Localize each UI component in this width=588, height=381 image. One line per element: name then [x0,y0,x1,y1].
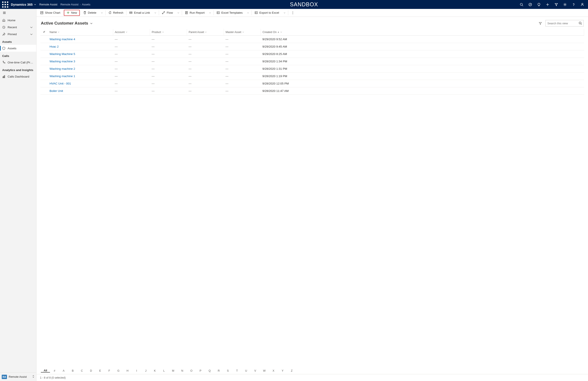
delete-dropdown[interactable] [99,10,105,16]
alpha-j[interactable]: J [141,369,150,372]
row-check[interactable] [41,58,48,65]
asset-link[interactable]: HVAC Unit - 001 [49,82,71,85]
alpha-d[interactable]: D [86,369,96,372]
row-check[interactable] [41,35,48,43]
asset-link[interactable]: Washing machine 2 [49,67,75,70]
select-all[interactable] [41,29,48,35]
alpha-#[interactable]: # [50,369,59,372]
excel-tpl-dropdown[interactable] [245,10,251,16]
alpha-k[interactable]: K [150,369,159,372]
run-report-button[interactable]: Run Report [183,10,207,16]
alpha-t[interactable]: T [232,369,242,372]
table-row[interactable]: Washing machine 1------------9/28/2020 1… [41,72,584,80]
task-icon[interactable] [526,0,534,9]
filter-icon[interactable] [552,0,560,9]
table-row[interactable]: Washing machine 3------------9/28/2020 1… [41,58,584,65]
flow-dropdown[interactable] [175,10,181,16]
alpha-l[interactable]: L [159,369,168,372]
col-account[interactable]: Account [113,29,150,35]
app-name[interactable]: Remote Assist [39,3,57,6]
alpha-i[interactable]: I [132,369,141,372]
alpha-s[interactable]: S [223,369,232,372]
chevron-down-icon[interactable] [31,33,34,36]
col-product[interactable]: Product [150,29,187,35]
row-check[interactable] [41,43,48,50]
alpha-g[interactable]: G [114,369,123,372]
plus-icon[interactable] [544,0,551,9]
alpha-p[interactable]: P [196,369,205,372]
asset-link[interactable]: Hvac 2 [49,45,59,48]
alpha-z[interactable]: Z [287,369,296,372]
person-icon[interactable] [578,0,586,9]
row-check[interactable] [41,50,48,58]
alpha-m[interactable]: M [168,369,178,372]
app-launcher-icon[interactable] [2,1,9,8]
table-row[interactable]: Washing machine 4------------9/29/2020 9… [41,35,584,43]
breadcrumb-root[interactable]: Remote Assist [60,3,78,6]
sidebar-item-home[interactable]: Home [0,17,36,24]
col-parent[interactable]: Parent Asset [187,29,224,35]
sidebar-item-calls-dashboard[interactable]: Calls Dashboard [0,73,36,80]
updown-icon[interactable] [32,375,35,379]
asset-link[interactable]: Washing Machine 5 [49,52,75,56]
col-name[interactable]: Name [48,29,113,35]
row-check[interactable] [41,80,48,87]
sidebar-item-onetime-call[interactable]: One-time Call (Previ... [0,59,36,66]
email-link-button[interactable]: Email a Link [127,10,152,16]
view-selector[interactable]: Active Customer Assets [41,21,93,26]
asset-link[interactable]: Washing machine 1 [49,75,75,78]
table-row[interactable]: Washing machine 2------------9/28/2020 1… [41,65,584,72]
alpha-e[interactable]: E [96,369,105,372]
alpha-w[interactable]: W [260,369,269,372]
delete-button[interactable]: Delete [81,10,99,16]
alpha-r[interactable]: R [214,369,223,372]
alpha-u[interactable]: U [242,369,251,372]
sidebar-footer[interactable]: RA Remote Assist [0,372,36,381]
alpha-n[interactable]: N [178,369,187,372]
table-row[interactable]: Hvac 2------------9/29/2020 9:45 AM [41,43,584,50]
new-button[interactable]: New [64,10,80,16]
alpha-f[interactable]: F [105,369,114,372]
breadcrumb-leaf[interactable]: Assets [82,3,90,6]
alpha-c[interactable]: C [77,369,86,372]
asset-link[interactable]: Washing machine 3 [49,60,75,63]
alpha-h[interactable]: H [123,369,132,372]
col-master[interactable]: Master Asset [224,29,261,35]
export-dropdown[interactable] [281,10,288,16]
alpha-v[interactable]: V [251,369,260,372]
alpha-b[interactable]: B [68,369,77,372]
table-row[interactable]: Boiler Unit------------9/28/2020 11:47 A… [41,87,584,94]
alpha-x[interactable]: X [269,369,278,372]
chevron-down-icon[interactable] [31,26,34,29]
asset-link[interactable]: Washing machine 4 [49,38,75,41]
hamburger-icon[interactable] [0,9,36,17]
excel-templates-button[interactable]: Excel Templates [214,10,245,16]
show-chart-button[interactable]: Show Chart [38,10,63,16]
sidebar-item-pinned[interactable]: Pinned [0,31,36,38]
more-commands-icon[interactable] [290,11,296,14]
alpha-all[interactable]: All [41,369,50,373]
flow-button[interactable]: Flow [159,10,175,16]
lightbulb-icon[interactable] [535,0,543,9]
filter-icon[interactable] [537,20,544,27]
gear-icon[interactable] [561,0,569,9]
sidebar-item-recent[interactable]: Recent [0,24,36,31]
sidebar-item-assets[interactable]: Assets [0,45,36,52]
row-check[interactable] [41,87,48,94]
table-row[interactable]: Washing Machine 5------------9/29/2020 8… [41,50,584,58]
alpha-o[interactable]: O [187,369,196,372]
refresh-button[interactable]: Refresh [106,10,126,16]
row-check[interactable] [41,72,48,80]
export-excel-button[interactable]: Export to Excel [252,10,281,16]
app-switch-chevron-icon[interactable] [34,3,36,6]
alpha-y[interactable]: Y [278,369,287,372]
asset-link[interactable]: Boiler Unit [49,89,63,93]
row-check[interactable] [41,65,48,72]
search-icon[interactable] [518,0,525,9]
search-input[interactable] [546,20,584,26]
help-icon[interactable] [570,0,578,9]
table-row[interactable]: HVAC Unit - 001------------9/28/2020 12:… [41,80,584,87]
col-created[interactable]: Created On [261,29,584,35]
brand-label[interactable]: Dynamics 365 [11,3,33,6]
alpha-a[interactable]: A [59,369,68,372]
